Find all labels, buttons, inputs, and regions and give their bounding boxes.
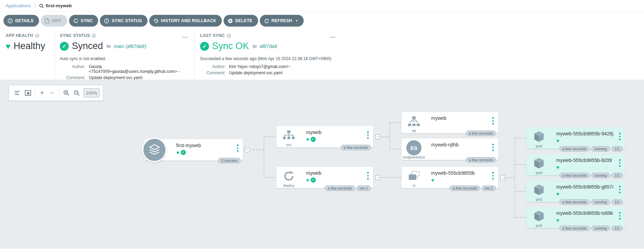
sync-revision-link[interactable]: main (af87da9) (114, 44, 146, 49)
collapse-children-button[interactable]: − (500, 175, 505, 180)
node-kind-label: pod (536, 223, 542, 228)
collapse-children-button[interactable]: − (375, 134, 380, 139)
fit-to-screen-icon[interactable] (23, 88, 33, 98)
age-badge: a few seconds (559, 146, 590, 152)
age-badge: a few seconds (341, 145, 371, 150)
help-icon[interactable]: ? (227, 33, 231, 38)
node-menu-icon[interactable] (492, 172, 494, 180)
node-menu-icon[interactable] (619, 133, 621, 140)
node-menu-icon[interactable] (367, 172, 369, 180)
sync-icon (73, 18, 78, 23)
pod-icon (534, 158, 544, 169)
node-title: myweb-555cb9855b-9428j (556, 131, 613, 136)
node-menu-icon[interactable] (237, 144, 239, 152)
graph-node-pod[interactable]: pod myweb-555cb9855b-bl2t9 ♥ a few secon… (527, 154, 625, 175)
synced-check-icon: ✓ (311, 137, 316, 142)
graph-node-endpoints[interactable]: ep myweb a few seconds (401, 112, 498, 133)
sync-status-value: Synced (72, 41, 103, 51)
graph-node-application[interactable]: first-myweb ♥ ✓ 3 minutes (144, 139, 243, 161)
last-sync-label: LAST SYNC ? (200, 33, 352, 38)
pod-icon (534, 211, 544, 222)
last-sync-note: Succeeded a few seconds ago (Mon Apr 15 … (200, 56, 352, 61)
node-menu-icon[interactable] (492, 144, 494, 151)
sync-status-button[interactable]: SYNC STATUS (100, 15, 147, 27)
zoom-in-button[interactable]: + (37, 88, 47, 98)
age-badge: a few seconds (449, 185, 480, 191)
sync-button[interactable]: SYNC (69, 15, 98, 27)
synced-check-icon: ✓ (311, 178, 316, 183)
help-icon[interactable]: ? (92, 33, 96, 38)
endpoints-icon (408, 116, 420, 126)
panel-menu-icon[interactable]: ⋯ (330, 34, 336, 40)
comment-value: Update deployment-svc.yaml (89, 75, 189, 80)
node-kind-label: svc (286, 143, 292, 147)
ready-badge: 1/1 (612, 199, 623, 205)
last-sync-panel: LAST SYNC ? ⋯ ✓ Sync OK to af87da9 Succe… (194, 33, 357, 80)
graph-node-endpointslice[interactable]: ES endpointslice myweb-njthb a few secon… (401, 138, 498, 160)
refresh-icon (264, 18, 269, 23)
graph-node-deployment[interactable]: deploy myweb ♥ ✓ a few seconds rev:1 (276, 167, 373, 188)
graph-node-pod[interactable]: pod myweb-555cb9855b-g657n ♥ a few secon… (527, 181, 625, 202)
history-rollback-button[interactable]: HISTORY AND ROLLBACK (149, 15, 222, 27)
delete-button[interactable]: DELETE (224, 15, 258, 27)
diff-button[interactable]: DIFF (41, 15, 67, 27)
layout-icon[interactable] (12, 88, 23, 98)
node-kind-label: pod (536, 144, 542, 148)
details-label: DETAILS (15, 18, 34, 23)
pod-icon (534, 131, 544, 142)
graph-node-service[interactable]: svc myweb ♥ ✓ a few seconds (276, 126, 373, 147)
healthy-heart-icon: ♥ (556, 218, 559, 223)
node-menu-icon[interactable] (619, 159, 621, 167)
revision-badge: rev:1 (357, 185, 371, 191)
auto-sync-note: Auto sync is not enabled. (60, 56, 189, 61)
graph-node-pod[interactable]: pod myweb-555cb9855b-ts69k ♥ a few secon… (527, 207, 625, 228)
zoom-level-input[interactable] (84, 88, 100, 97)
collapse-children-button[interactable]: − (245, 147, 249, 152)
zoom-out-button[interactable]: − (47, 88, 57, 98)
graph-controls-toolbar: + − (9, 85, 103, 101)
sync-label: SYNC (81, 18, 93, 23)
last-sync-revision-link[interactable]: af87da9 (259, 44, 277, 49)
last-sync-value: Sync OK (212, 41, 249, 51)
search-icon (39, 3, 44, 8)
details-button[interactable]: DETAILS (3, 15, 39, 27)
healthy-heart-icon: ♥ (556, 138, 559, 143)
app-health-value: Healthy (13, 41, 45, 51)
node-menu-icon[interactable] (492, 117, 494, 125)
node-kind-label: pod (536, 171, 542, 175)
divider (35, 88, 35, 98)
graph-node-pod[interactable]: pod myweb-555cb9855b-9428j ♥ a few secon… (527, 127, 625, 149)
diff-label: DIFF (52, 18, 61, 23)
magnifier-zoom-out-icon[interactable] (72, 88, 82, 98)
breadcrumb-applications-link[interactable]: Applications (6, 3, 31, 8)
breadcrumb-current: first-myweb (39, 3, 72, 8)
node-menu-icon[interactable] (619, 186, 621, 193)
resource-tree-canvas[interactable]: + − first-myweb ♥ ✓ 3 minutes (0, 80, 644, 249)
node-title: first-myweb (176, 143, 231, 148)
panel-menu-icon[interactable]: ⋯ (182, 34, 188, 40)
file-icon (45, 18, 49, 23)
node-title: myweb-555cb9855b-ts69k (556, 210, 613, 216)
graph-node-replicaset[interactable]: rs myweb-555cb9855b ♥ a few seconds rev:… (401, 167, 498, 188)
node-kind-label: deploy (283, 183, 294, 188)
node-title: myweb (306, 170, 361, 176)
refresh-label: REFRESH (272, 18, 292, 23)
to-label: to (253, 44, 257, 49)
node-menu-icon[interactable] (367, 131, 369, 139)
phase-badge: running (591, 199, 610, 205)
phase-badge: running (591, 173, 610, 178)
application-layers-icon (142, 137, 167, 162)
to-label: to (107, 44, 111, 49)
node-kind-label: endpointslice (403, 155, 425, 159)
node-title: myweb (306, 130, 361, 135)
healthy-heart-icon: ♥ (306, 137, 309, 142)
help-icon[interactable]: ? (35, 33, 39, 38)
phase-badge: running (591, 226, 610, 231)
refresh-button[interactable]: REFRESH ▼ (260, 15, 304, 27)
breadcrumb: Applications / first-myweb (0, 0, 644, 12)
age-badge: a few seconds (466, 131, 496, 136)
magnifier-zoom-in-icon[interactable] (61, 88, 72, 98)
node-menu-icon[interactable] (619, 212, 621, 220)
collapse-children-button[interactable]: − (375, 175, 380, 180)
divider (59, 88, 59, 98)
